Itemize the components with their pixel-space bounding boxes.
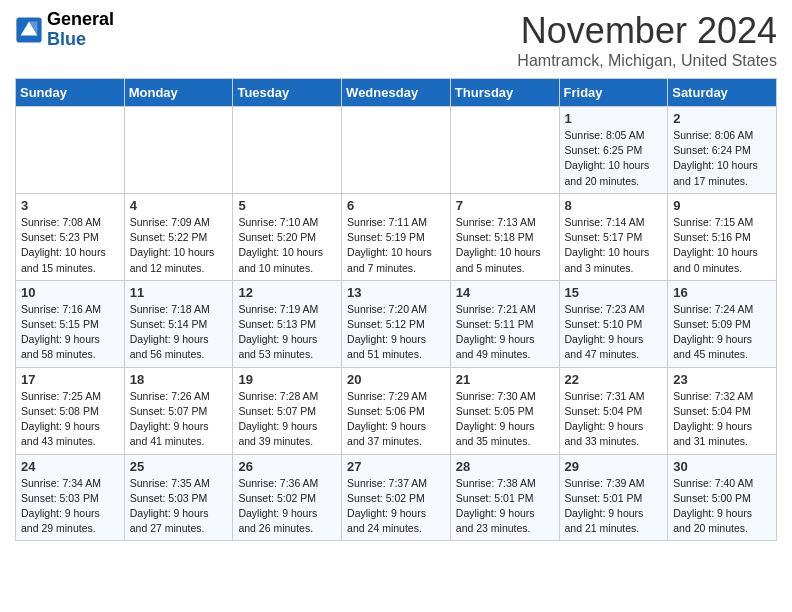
calendar-cell: 28Sunrise: 7:38 AM Sunset: 5:01 PM Dayli… <box>450 454 559 541</box>
days-header-row: SundayMondayTuesdayWednesdayThursdayFrid… <box>16 79 777 107</box>
day-header-friday: Friday <box>559 79 668 107</box>
calendar-cell: 6Sunrise: 7:11 AM Sunset: 5:19 PM Daylig… <box>342 193 451 280</box>
day-number: 18 <box>130 372 228 387</box>
day-info: Sunrise: 7:34 AM Sunset: 5:03 PM Dayligh… <box>21 476 119 537</box>
calendar-cell: 20Sunrise: 7:29 AM Sunset: 5:06 PM Dayli… <box>342 367 451 454</box>
day-header-wednesday: Wednesday <box>342 79 451 107</box>
day-info: Sunrise: 7:26 AM Sunset: 5:07 PM Dayligh… <box>130 389 228 450</box>
calendar-cell: 10Sunrise: 7:16 AM Sunset: 5:15 PM Dayli… <box>16 280 125 367</box>
calendar-cell: 4Sunrise: 7:09 AM Sunset: 5:22 PM Daylig… <box>124 193 233 280</box>
day-info: Sunrise: 7:18 AM Sunset: 5:14 PM Dayligh… <box>130 302 228 363</box>
calendar-cell: 16Sunrise: 7:24 AM Sunset: 5:09 PM Dayli… <box>668 280 777 367</box>
day-info: Sunrise: 7:09 AM Sunset: 5:22 PM Dayligh… <box>130 215 228 276</box>
day-info: Sunrise: 7:37 AM Sunset: 5:02 PM Dayligh… <box>347 476 445 537</box>
calendar-cell: 13Sunrise: 7:20 AM Sunset: 5:12 PM Dayli… <box>342 280 451 367</box>
week-row-1: 1Sunrise: 8:05 AM Sunset: 6:25 PM Daylig… <box>16 107 777 194</box>
day-header-saturday: Saturday <box>668 79 777 107</box>
day-number: 23 <box>673 372 771 387</box>
day-header-thursday: Thursday <box>450 79 559 107</box>
day-info: Sunrise: 7:20 AM Sunset: 5:12 PM Dayligh… <box>347 302 445 363</box>
calendar-cell <box>342 107 451 194</box>
day-number: 8 <box>565 198 663 213</box>
day-number: 15 <box>565 285 663 300</box>
day-number: 11 <box>130 285 228 300</box>
day-number: 13 <box>347 285 445 300</box>
calendar-cell: 14Sunrise: 7:21 AM Sunset: 5:11 PM Dayli… <box>450 280 559 367</box>
week-row-5: 24Sunrise: 7:34 AM Sunset: 5:03 PM Dayli… <box>16 454 777 541</box>
day-info: Sunrise: 7:35 AM Sunset: 5:03 PM Dayligh… <box>130 476 228 537</box>
day-number: 22 <box>565 372 663 387</box>
day-info: Sunrise: 7:23 AM Sunset: 5:10 PM Dayligh… <box>565 302 663 363</box>
day-number: 12 <box>238 285 336 300</box>
location: Hamtramck, Michigan, United States <box>517 52 777 70</box>
day-number: 29 <box>565 459 663 474</box>
day-number: 20 <box>347 372 445 387</box>
calendar-cell: 9Sunrise: 7:15 AM Sunset: 5:16 PM Daylig… <box>668 193 777 280</box>
day-number: 1 <box>565 111 663 126</box>
calendar-cell: 11Sunrise: 7:18 AM Sunset: 5:14 PM Dayli… <box>124 280 233 367</box>
day-info: Sunrise: 7:30 AM Sunset: 5:05 PM Dayligh… <box>456 389 554 450</box>
day-number: 19 <box>238 372 336 387</box>
calendar-cell: 7Sunrise: 7:13 AM Sunset: 5:18 PM Daylig… <box>450 193 559 280</box>
day-header-tuesday: Tuesday <box>233 79 342 107</box>
day-number: 28 <box>456 459 554 474</box>
day-info: Sunrise: 7:28 AM Sunset: 5:07 PM Dayligh… <box>238 389 336 450</box>
day-info: Sunrise: 7:13 AM Sunset: 5:18 PM Dayligh… <box>456 215 554 276</box>
calendar-cell: 24Sunrise: 7:34 AM Sunset: 5:03 PM Dayli… <box>16 454 125 541</box>
month-title: November 2024 <box>517 10 777 52</box>
day-info: Sunrise: 7:24 AM Sunset: 5:09 PM Dayligh… <box>673 302 771 363</box>
week-row-3: 10Sunrise: 7:16 AM Sunset: 5:15 PM Dayli… <box>16 280 777 367</box>
day-number: 7 <box>456 198 554 213</box>
week-row-4: 17Sunrise: 7:25 AM Sunset: 5:08 PM Dayli… <box>16 367 777 454</box>
day-number: 30 <box>673 459 771 474</box>
calendar-cell <box>233 107 342 194</box>
day-info: Sunrise: 7:08 AM Sunset: 5:23 PM Dayligh… <box>21 215 119 276</box>
page-header: General Blue November 2024 Hamtramck, Mi… <box>15 10 777 70</box>
day-number: 26 <box>238 459 336 474</box>
day-number: 27 <box>347 459 445 474</box>
day-info: Sunrise: 7:31 AM Sunset: 5:04 PM Dayligh… <box>565 389 663 450</box>
day-number: 9 <box>673 198 771 213</box>
day-info: Sunrise: 7:39 AM Sunset: 5:01 PM Dayligh… <box>565 476 663 537</box>
logo-text: General Blue <box>47 10 114 50</box>
day-info: Sunrise: 7:21 AM Sunset: 5:11 PM Dayligh… <box>456 302 554 363</box>
calendar-cell: 27Sunrise: 7:37 AM Sunset: 5:02 PM Dayli… <box>342 454 451 541</box>
day-info: Sunrise: 7:36 AM Sunset: 5:02 PM Dayligh… <box>238 476 336 537</box>
day-info: Sunrise: 7:38 AM Sunset: 5:01 PM Dayligh… <box>456 476 554 537</box>
calendar-cell <box>124 107 233 194</box>
calendar-cell: 12Sunrise: 7:19 AM Sunset: 5:13 PM Dayli… <box>233 280 342 367</box>
day-number: 4 <box>130 198 228 213</box>
day-info: Sunrise: 7:32 AM Sunset: 5:04 PM Dayligh… <box>673 389 771 450</box>
calendar-table: SundayMondayTuesdayWednesdayThursdayFrid… <box>15 78 777 541</box>
day-number: 24 <box>21 459 119 474</box>
logo-blue: Blue <box>47 29 86 49</box>
day-info: Sunrise: 8:05 AM Sunset: 6:25 PM Dayligh… <box>565 128 663 189</box>
calendar-cell: 15Sunrise: 7:23 AM Sunset: 5:10 PM Dayli… <box>559 280 668 367</box>
day-number: 10 <box>21 285 119 300</box>
calendar-cell: 3Sunrise: 7:08 AM Sunset: 5:23 PM Daylig… <box>16 193 125 280</box>
calendar-cell: 23Sunrise: 7:32 AM Sunset: 5:04 PM Dayli… <box>668 367 777 454</box>
calendar-cell: 26Sunrise: 7:36 AM Sunset: 5:02 PM Dayli… <box>233 454 342 541</box>
logo: General Blue <box>15 10 114 50</box>
calendar-cell: 18Sunrise: 7:26 AM Sunset: 5:07 PM Dayli… <box>124 367 233 454</box>
calendar-cell: 25Sunrise: 7:35 AM Sunset: 5:03 PM Dayli… <box>124 454 233 541</box>
day-info: Sunrise: 7:11 AM Sunset: 5:19 PM Dayligh… <box>347 215 445 276</box>
calendar-cell: 5Sunrise: 7:10 AM Sunset: 5:20 PM Daylig… <box>233 193 342 280</box>
calendar-cell: 1Sunrise: 8:05 AM Sunset: 6:25 PM Daylig… <box>559 107 668 194</box>
day-number: 2 <box>673 111 771 126</box>
day-info: Sunrise: 7:14 AM Sunset: 5:17 PM Dayligh… <box>565 215 663 276</box>
calendar-cell: 21Sunrise: 7:30 AM Sunset: 5:05 PM Dayli… <box>450 367 559 454</box>
day-info: Sunrise: 7:29 AM Sunset: 5:06 PM Dayligh… <box>347 389 445 450</box>
day-number: 21 <box>456 372 554 387</box>
day-number: 25 <box>130 459 228 474</box>
day-number: 3 <box>21 198 119 213</box>
day-header-monday: Monday <box>124 79 233 107</box>
day-info: Sunrise: 8:06 AM Sunset: 6:24 PM Dayligh… <box>673 128 771 189</box>
calendar-cell: 8Sunrise: 7:14 AM Sunset: 5:17 PM Daylig… <box>559 193 668 280</box>
day-header-sunday: Sunday <box>16 79 125 107</box>
day-info: Sunrise: 7:10 AM Sunset: 5:20 PM Dayligh… <box>238 215 336 276</box>
calendar-cell: 22Sunrise: 7:31 AM Sunset: 5:04 PM Dayli… <box>559 367 668 454</box>
day-number: 14 <box>456 285 554 300</box>
day-info: Sunrise: 7:40 AM Sunset: 5:00 PM Dayligh… <box>673 476 771 537</box>
day-number: 17 <box>21 372 119 387</box>
